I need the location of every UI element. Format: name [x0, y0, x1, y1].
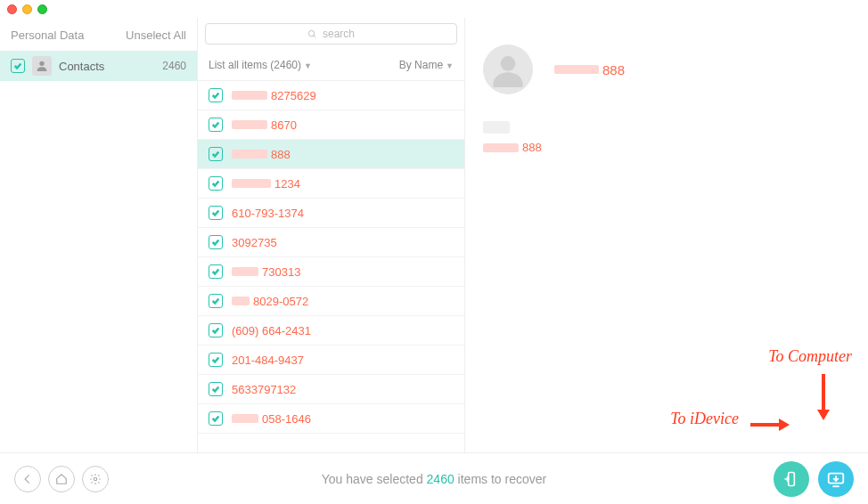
contact-row[interactable]: 610-793-1374	[198, 199, 464, 228]
contact-name: 8670	[232, 118, 297, 132]
contact-row[interactable]: 730313	[198, 257, 464, 287]
contact-name: 1234	[232, 177, 300, 191]
contact-checkbox[interactable]	[209, 323, 223, 337]
detail-contact-name: 888	[554, 62, 625, 77]
contact-checkbox[interactable]	[209, 294, 223, 308]
phone-field-label	[483, 121, 510, 134]
contact-row[interactable]: 201-484-9437	[198, 345, 464, 375]
close-window-button[interactable]	[7, 4, 17, 14]
svg-line-2	[314, 35, 315, 37]
sidebar-heading: Personal Data	[11, 28, 84, 42]
home-button[interactable]	[48, 466, 75, 492]
arrow-to-computer-icon	[815, 372, 832, 422]
contact-checkbox[interactable]	[209, 353, 223, 367]
contact-row[interactable]: 8029-0572	[198, 287, 464, 316]
contact-row[interactable]: (609) 664-2431	[198, 316, 464, 345]
contact-name: (609) 664-2431	[232, 324, 311, 337]
selection-summary: You have selected 2460 items to recover	[0, 472, 868, 486]
category-label: Contacts	[59, 60, 155, 73]
window-titlebar	[0, 0, 868, 18]
recover-to-computer-button[interactable]	[818, 461, 854, 497]
contact-row[interactable]: 8275629	[198, 81, 464, 110]
contact-list-column: search List all items (2460)▼ By Name▼ 8…	[198, 18, 465, 452]
category-count: 2460	[162, 60, 186, 72]
svg-point-3	[501, 56, 516, 71]
svg-point-1	[308, 30, 314, 36]
contact-name: 201-484-9437	[232, 354, 304, 367]
contact-checkbox[interactable]	[209, 88, 223, 102]
arrow-to-idevice-icon	[749, 417, 791, 433]
svg-point-0	[39, 61, 44, 66]
svg-marker-5	[817, 410, 830, 420]
back-button[interactable]	[14, 466, 41, 492]
settings-button[interactable]	[82, 466, 109, 492]
contact-checkbox[interactable]	[209, 411, 223, 426]
search-input[interactable]: search	[205, 23, 457, 45]
sidebar-item-contacts[interactable]: Contacts 2460	[0, 51, 197, 81]
contact-checkbox[interactable]	[209, 206, 223, 220]
contact-name: 8029-0572	[232, 295, 308, 308]
contact-checkbox[interactable]	[209, 147, 223, 161]
unselect-all-link[interactable]: Unselect All	[126, 28, 186, 42]
contact-detail-pane: 888 888 To Computer To iDevice	[465, 18, 868, 452]
contact-name: 610-793-1374	[232, 207, 304, 220]
contact-checkbox[interactable]	[209, 176, 223, 191]
annotation-to-idevice: To iDevice	[670, 410, 739, 428]
contact-row[interactable]: 8670	[198, 110, 464, 140]
contact-checkbox[interactable]	[209, 264, 223, 279]
contact-name: 888	[232, 148, 291, 161]
sort-dropdown[interactable]: By Name▼	[399, 59, 454, 71]
search-placeholder: search	[323, 28, 355, 40]
category-checkbox[interactable]	[11, 59, 25, 73]
contact-row[interactable]: 888	[198, 140, 464, 169]
contact-name: 5633797132	[232, 383, 296, 396]
contact-row[interactable]: 5633797132	[198, 375, 464, 404]
contact-name: 3092735	[232, 236, 277, 249]
detail-phone-value: 888	[483, 141, 850, 154]
contact-row[interactable]: 058-1646	[198, 404, 464, 434]
footer-bar: You have selected 2460 items to recover	[0, 452, 868, 504]
maximize-window-button[interactable]	[37, 4, 47, 14]
svg-point-8	[94, 477, 97, 481]
contact-row[interactable]: 1234	[198, 169, 464, 199]
contact-checkbox[interactable]	[209, 118, 223, 132]
contacts-icon	[32, 56, 52, 76]
contact-name: 730313	[232, 265, 300, 279]
svg-marker-7	[779, 419, 790, 431]
contact-checkbox[interactable]	[209, 235, 223, 249]
annotation-to-computer: To Computer	[768, 347, 852, 366]
contact-name: 058-1646	[232, 412, 311, 426]
minimize-window-button[interactable]	[22, 4, 32, 14]
recover-to-idevice-button[interactable]	[774, 461, 809, 497]
contact-row[interactable]: 3092735	[198, 228, 464, 257]
avatar	[483, 45, 533, 94]
list-filter-dropdown[interactable]: List all items (2460)▼	[209, 59, 312, 71]
contact-name: 8275629	[232, 89, 316, 102]
sidebar: Personal Data Unselect All Contacts 2460	[0, 18, 198, 452]
contact-checkbox[interactable]	[209, 382, 223, 396]
